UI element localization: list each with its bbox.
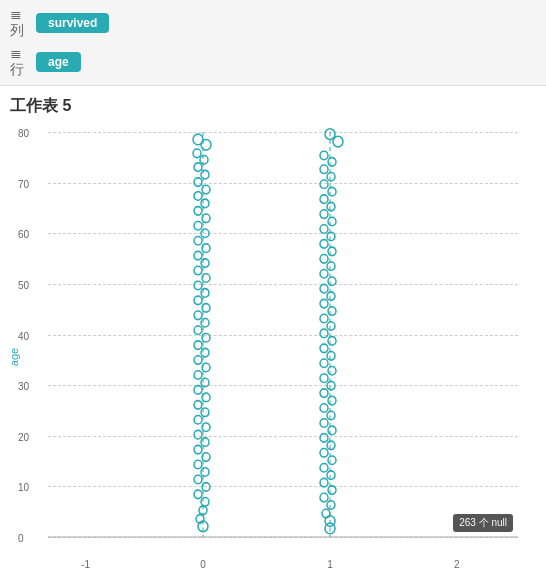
scatter-plot: [48, 132, 518, 537]
svg-point-84: [327, 352, 335, 361]
svg-point-58: [328, 158, 336, 167]
svg-point-7: [201, 170, 209, 179]
svg-point-64: [327, 202, 335, 211]
svg-point-8: [194, 178, 202, 187]
svg-point-76: [327, 292, 335, 301]
x-tick-neg1: -1: [81, 559, 90, 568]
row-control-row: ≣行 age: [10, 45, 536, 79]
svg-point-10: [194, 192, 202, 201]
y-tick-50: 50: [18, 279, 29, 290]
svg-point-22: [194, 281, 202, 290]
svg-point-15: [201, 229, 209, 238]
y-tick-60: 60: [18, 229, 29, 240]
y-tick-40: 40: [18, 330, 29, 341]
svg-point-94: [328, 426, 336, 435]
chart-inner: 80 70 60 50 40 30 20 10: [48, 132, 518, 537]
svg-point-102: [328, 486, 336, 495]
svg-point-75: [320, 284, 328, 293]
svg-point-34: [194, 371, 202, 380]
svg-point-32: [194, 356, 202, 365]
svg-point-82: [328, 337, 336, 346]
svg-point-46: [194, 460, 202, 469]
svg-point-71: [320, 255, 328, 264]
svg-point-43: [201, 438, 209, 447]
svg-point-5: [200, 155, 208, 164]
x-tick-0: 0: [200, 559, 206, 568]
svg-point-40: [194, 416, 202, 425]
controls-panel: ≣列 survived ≣行 age: [0, 0, 546, 86]
svg-point-16: [194, 236, 202, 245]
svg-point-56: [333, 136, 343, 147]
svg-point-104: [327, 501, 335, 510]
svg-point-48: [194, 475, 202, 484]
svg-point-68: [327, 232, 335, 241]
column-control-row: ≣列 survived: [10, 6, 536, 40]
svg-point-14: [194, 222, 202, 231]
row-icon: ≣行: [10, 45, 30, 79]
svg-point-74: [328, 277, 336, 286]
svg-point-30: [194, 341, 202, 350]
svg-point-37: [202, 393, 210, 402]
svg-point-28: [194, 326, 202, 335]
svg-point-12: [194, 207, 202, 216]
svg-point-23: [201, 289, 209, 298]
column-pill[interactable]: survived: [36, 13, 109, 33]
chart-area: age 80 70 60 50 40 30: [13, 127, 533, 568]
svg-point-3: [201, 139, 211, 150]
svg-point-47: [201, 468, 209, 477]
svg-point-26: [194, 311, 202, 320]
svg-point-98: [328, 456, 336, 465]
chart-title: 工作表 5: [10, 96, 536, 117]
svg-point-99: [320, 463, 328, 472]
svg-point-9: [202, 185, 210, 194]
svg-point-24: [194, 296, 202, 305]
x-tick-1: 1: [327, 559, 333, 568]
row-pill[interactable]: age: [36, 52, 81, 72]
y-axis-label: age: [8, 348, 20, 366]
svg-point-31: [201, 348, 209, 357]
y-tick-20: 20: [18, 431, 29, 442]
svg-point-36: [194, 386, 202, 395]
svg-point-27: [201, 319, 209, 328]
chart-container: 工作表 5 age 80 70 60 50 40 30: [0, 86, 546, 568]
svg-point-4: [193, 149, 201, 158]
y-tick-10: 10: [18, 482, 29, 493]
svg-point-96: [327, 441, 335, 450]
svg-point-38: [194, 401, 202, 410]
svg-point-86: [328, 366, 336, 375]
y-tick-30: 30: [18, 381, 29, 392]
svg-point-42: [194, 430, 202, 439]
svg-point-66: [328, 217, 336, 226]
svg-point-62: [328, 187, 336, 196]
column-icon: ≣列: [10, 6, 30, 40]
svg-point-57: [320, 151, 328, 160]
svg-point-93: [320, 419, 328, 428]
svg-point-18: [194, 251, 202, 260]
svg-point-39: [201, 408, 209, 417]
svg-point-51: [201, 498, 209, 507]
svg-point-44: [194, 445, 202, 454]
svg-point-78: [328, 307, 336, 316]
svg-point-88: [327, 381, 335, 390]
svg-point-80: [327, 322, 335, 331]
x-tick-2: 2: [454, 559, 460, 568]
svg-point-6: [194, 163, 202, 172]
svg-point-50: [194, 490, 202, 499]
svg-point-95: [320, 434, 328, 443]
svg-point-59: [320, 165, 328, 174]
svg-point-35: [201, 378, 209, 387]
svg-point-11: [201, 199, 209, 208]
y-tick-0: 0: [18, 533, 24, 544]
svg-point-19: [201, 259, 209, 268]
null-badge: 263 个 null: [453, 514, 513, 532]
svg-point-85: [320, 359, 328, 368]
svg-point-63: [320, 195, 328, 204]
svg-point-97: [320, 449, 328, 458]
svg-point-77: [320, 299, 328, 308]
svg-point-81: [320, 329, 328, 338]
y-tick-80: 80: [18, 128, 29, 139]
svg-point-101: [320, 478, 328, 487]
svg-point-91: [320, 404, 328, 413]
svg-point-87: [320, 374, 328, 383]
svg-point-79: [320, 314, 328, 323]
